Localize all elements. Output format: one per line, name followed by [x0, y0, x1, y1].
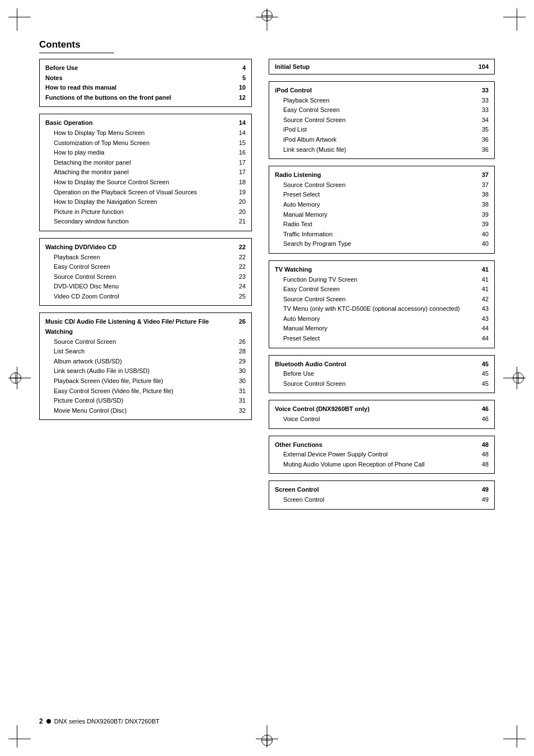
- toc-dvd-disc-menu: DVD-VIDEO Disc Menu 24: [45, 282, 246, 292]
- toc-ipod-header: iPod Control 33: [275, 86, 489, 96]
- footer: 2 DNX series DNX9260BT/ DNX7260BT: [39, 717, 160, 725]
- footer-series: DNX series DNX9260BT/ DNX7260BT: [54, 718, 160, 725]
- right-column: Initial Setup 104 iPod Control 33 Playba…: [269, 59, 495, 516]
- screen-control-box: Screen Control 49 Screen Control 49: [269, 480, 495, 509]
- basic-operation-box: Basic Operation 14 How to Display Top Me…: [39, 114, 252, 231]
- radio-listening-box: Radio Listening 37 Source Control Screen…: [269, 166, 495, 254]
- toc-list-search: List Search 28: [45, 347, 246, 357]
- toc-bluetooth-before-use: Before Use 45: [275, 369, 489, 379]
- crop-mark-bl-h: [8, 739, 31, 739]
- toc-dvd-playback: Playback Screen 22: [45, 253, 246, 263]
- toc-functions-buttons: Functions of the buttons on the front pa…: [45, 93, 246, 103]
- toc-detach-monitor: Detaching the monitor panel 17: [45, 158, 246, 168]
- toc-ipod-playback: Playback Screen 33: [275, 96, 489, 106]
- toc-radio-manual-memory: Manual Memory 39: [275, 210, 489, 220]
- page-number: 2: [39, 717, 43, 725]
- toc-ipod-list: iPod List 35: [275, 125, 489, 135]
- toc-tv-header: TV Watching 41: [275, 265, 489, 275]
- tv-watching-box: TV Watching 41 Function During TV Screen…: [269, 260, 495, 348]
- toc-radio-program-type: Search by Program Type 40: [275, 239, 489, 249]
- initial-setup-box: Initial Setup 104: [269, 59, 495, 74]
- page-content: Contents Before Use 4 Notes 5 How to rea…: [39, 39, 495, 717]
- toc-tv-function: Function During TV Screen 41: [275, 275, 489, 285]
- crop-mark-tl-h: [8, 17, 31, 17]
- page-title: Contents: [39, 39, 114, 53]
- reg-mark-bottom: [261, 735, 273, 746]
- toc-screen-header: Screen Control 49: [275, 485, 489, 495]
- toc-notes: Notes 5: [45, 73, 246, 83]
- toc-tv-preset: Preset Select 44: [275, 334, 489, 344]
- toc-ipod-source-control: Source Control Screen 34: [275, 115, 489, 125]
- reg-mark-left: [10, 372, 21, 384]
- left-column: Before Use 4 Notes 5 How to read this ma…: [39, 59, 252, 516]
- toc-bluetooth-header: Bluetooth Audio Control 45: [275, 360, 489, 370]
- toc-radio-source-control: Source Control Screen 37: [275, 180, 489, 190]
- toc-movie-menu: Movie Menu Control (Disc) 32: [45, 406, 246, 416]
- toc-customization: Customization of Top Menu Screen 15: [45, 138, 246, 148]
- toc-play-media: How to play media 16: [45, 148, 246, 158]
- toc-tv-manual-memory: Manual Memory 44: [275, 324, 489, 334]
- toc-secondary-window: Secondary window function 21: [45, 217, 246, 227]
- toc-pip: Picture in Picture function 20: [45, 207, 246, 217]
- toc-basic-op-header: Basic Operation 14: [45, 118, 246, 128]
- ipod-control-box: iPod Control 33 Playback Screen 33 Easy …: [269, 81, 495, 159]
- toc-picture-control: Picture Control (USB/SD) 31: [45, 396, 246, 406]
- toc-radio-preset: Preset Select 38: [275, 190, 489, 200]
- toc-display-top-menu: How to Display Top Menu Screen 14: [45, 128, 246, 138]
- toc-dvd-easy-control: Easy Control Screen 22: [45, 262, 246, 272]
- bluetooth-box: Bluetooth Audio Control 45 Before Use 45…: [269, 355, 495, 394]
- toc-voice-control: Voice Control 46: [275, 414, 489, 424]
- toc-attach-monitor: Attaching the monitor panel 17: [45, 167, 246, 178]
- toc-radio-header: Radio Listening 37: [275, 170, 489, 180]
- toc-screen-control: Screen Control 49: [275, 495, 489, 505]
- toc-tv-auto-memory: Auto Memory 43: [275, 314, 489, 324]
- toc-display-nav: How to Display the Navigation Screen 20: [45, 197, 246, 207]
- initial-setup-title: Initial Setup: [275, 63, 310, 70]
- crop-mark-tr-v: [517, 8, 517, 31]
- toc-read-manual: How to read this manual 10: [45, 83, 246, 93]
- toc-dvd-zoom: Video CD Zoom Control 25: [45, 292, 246, 302]
- toc-dvd-source-control: Source Control Screen 23: [45, 272, 246, 282]
- reg-mark-top: [261, 10, 273, 21]
- toc-before-use: Before Use 4: [45, 63, 246, 73]
- toc-radio-text: Radio Text 39: [275, 220, 489, 230]
- crop-mark-br-v: [517, 725, 517, 748]
- crop-mark-tl-v: [17, 8, 17, 31]
- intro-box: Before Use 4 Notes 5 How to read this ma…: [39, 59, 252, 107]
- crop-mark-br-h: [503, 739, 526, 739]
- toc-external-device: External Device Power Supply Control 48: [275, 450, 489, 460]
- music-cd-box: Music CD/ Audio File Listening & Video F…: [39, 312, 252, 420]
- toc-link-search-audio: Link search (Audio File in USB/SD) 30: [45, 366, 246, 376]
- toc-tv-source-control: Source Control Screen 42: [275, 295, 489, 305]
- toc-music-cd-header: Music CD/ Audio File Listening & Video F…: [45, 317, 246, 337]
- toc-radio-auto-memory: Auto Memory 38: [275, 200, 489, 210]
- crop-mark-tr-h: [503, 17, 526, 17]
- toc-music-source-control: Source Control Screen 26: [45, 337, 246, 347]
- toc-easy-control-video: Easy Control Screen (Video file, Picture…: [45, 386, 246, 396]
- reg-mark-right: [513, 372, 524, 384]
- initial-setup-page: 104: [479, 63, 489, 70]
- watching-dvd-box: Watching DVD/Video CD 22 Playback Screen…: [39, 238, 252, 306]
- toc-tv-menu: TV Menu (only with KTC-D500E (optional a…: [275, 304, 489, 314]
- footer-bullet: [46, 719, 51, 724]
- toc-ipod-link-search: Link search (Music file) 36: [275, 145, 489, 155]
- toc-playback-video: Playback Screen (Video file, Picture fil…: [45, 376, 246, 386]
- toc-other-header: Other Functions 48: [275, 440, 489, 450]
- toc-tv-easy-control: Easy Control Screen 41: [275, 284, 489, 295]
- toc-radio-traffic: Traffic Information 40: [275, 230, 489, 240]
- toc-ipod-easy-control: Easy Control Screen 33: [275, 105, 489, 115]
- toc-album-artwork: Album artwork (USB/SD) 29: [45, 357, 246, 367]
- toc-ipod-album-artwork: iPod Album Artwork 36: [275, 135, 489, 145]
- other-functions-box: Other Functions 48 External Device Power…: [269, 436, 495, 474]
- toc-watching-dvd-header: Watching DVD/Video CD 22: [45, 242, 246, 253]
- toc-voice-header: Voice Control (DNX9260BT only) 46: [275, 404, 489, 414]
- toc-muting-audio: Muting Audio Volume upon Reception of Ph…: [275, 460, 489, 470]
- toc-display-source-control: How to Display the Source Control Screen…: [45, 178, 246, 188]
- toc-playback-visual: Operation on the Playback Screen of Visu…: [45, 188, 246, 198]
- crop-mark-bl-v: [17, 725, 17, 748]
- two-column-layout: Before Use 4 Notes 5 How to read this ma…: [39, 59, 495, 516]
- voice-control-box: Voice Control (DNX9260BT only) 46 Voice …: [269, 400, 495, 428]
- toc-bluetooth-source-control: Source Control Screen 45: [275, 379, 489, 389]
